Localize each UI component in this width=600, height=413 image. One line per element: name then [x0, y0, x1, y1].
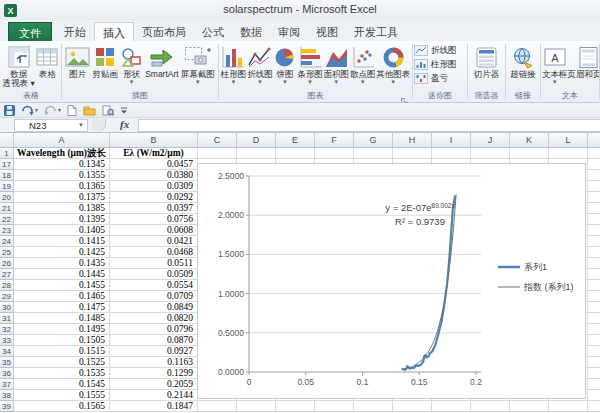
- cell-A18[interactable]: 0.1355: [14, 170, 110, 181]
- column-header-M[interactable]: M: [588, 133, 600, 148]
- cell-A1[interactable]: Wavelength (μm)波长: [14, 148, 110, 159]
- column-header-C[interactable]: C: [198, 133, 237, 148]
- row-header-29[interactable]: 29: [0, 291, 14, 302]
- formula-input[interactable]: [138, 119, 600, 132]
- row-header-28[interactable]: 28: [0, 280, 14, 291]
- cell-B18[interactable]: 0.0380: [110, 170, 198, 181]
- cell-A30[interactable]: 0.1475: [14, 302, 110, 313]
- tab-插入[interactable]: 插入: [94, 22, 134, 42]
- cell-M26[interactable]: [588, 258, 600, 269]
- ribbon-button-SmartArt[interactable]: SmartArt: [145, 42, 179, 79]
- cell-I39[interactable]: [432, 401, 471, 412]
- tab-公式[interactable]: 公式: [194, 22, 232, 42]
- cell-M30[interactable]: [588, 302, 600, 313]
- cell-A31[interactable]: 0.1485: [14, 313, 110, 324]
- cell-A28[interactable]: 0.1455: [14, 280, 110, 291]
- column-header-G[interactable]: G: [354, 133, 393, 148]
- cell-M29[interactable]: [588, 291, 600, 302]
- cell-M18[interactable]: [588, 170, 600, 181]
- cell-B30[interactable]: 0.0849: [110, 302, 198, 313]
- cell-B20[interactable]: 0.0292: [110, 192, 198, 203]
- cell-B1[interactable]: Eλ (W/m2/μm): [110, 148, 198, 159]
- row-header-34[interactable]: 34: [0, 346, 14, 357]
- cell-B28[interactable]: 0.0554: [110, 280, 198, 291]
- tab-视图[interactable]: 视图: [308, 22, 346, 42]
- cell-F1[interactable]: [315, 148, 354, 159]
- cell-B24[interactable]: 0.0421: [110, 236, 198, 247]
- cell-A22[interactable]: 0.1395: [14, 214, 110, 225]
- cell-D39[interactable]: [237, 401, 276, 412]
- ribbon-button-页眉和页脚[interactable]: 页眉和页脚: [568, 42, 600, 79]
- tab-文件[interactable]: 文件: [8, 22, 52, 42]
- row-header-38[interactable]: 38: [0, 390, 14, 401]
- cell-M36[interactable]: [588, 368, 600, 379]
- cell-L1[interactable]: [549, 148, 588, 159]
- tab-审阅[interactable]: 审阅: [270, 22, 308, 42]
- ribbon-button-饼图[interactable]: 饼图▼: [273, 42, 296, 85]
- save-icon[interactable]: [4, 105, 15, 116]
- cell-A38[interactable]: 0.1555: [14, 390, 110, 401]
- row-header-35[interactable]: 35: [0, 357, 14, 368]
- ribbon-button-条形图[interactable]: 条形图▼: [297, 42, 323, 85]
- cell-G1[interactable]: [354, 148, 393, 159]
- cell-A36[interactable]: 0.1535: [14, 368, 110, 379]
- ribbon-button-剪贴画[interactable]: 剪贴画: [92, 42, 118, 79]
- ribbon-button-切片器[interactable]: 切片器: [474, 42, 500, 79]
- column-header-K[interactable]: K: [510, 133, 549, 148]
- cell-B23[interactable]: 0.0608: [110, 225, 198, 236]
- cell-B31[interactable]: 0.0820: [110, 313, 198, 324]
- cell-A27[interactable]: 0.1445: [14, 269, 110, 280]
- cell-A17[interactable]: 0.1345: [14, 159, 110, 170]
- redo-icon[interactable]: ▾: [44, 105, 61, 116]
- cell-H39[interactable]: [393, 401, 432, 412]
- cell-B27[interactable]: 0.0509: [110, 269, 198, 280]
- ribbon-button-图片[interactable]: 图片: [65, 42, 90, 79]
- cell-A32[interactable]: 0.1495: [14, 324, 110, 335]
- undo-icon[interactable]: ▾: [21, 105, 38, 116]
- cell-M38[interactable]: [588, 390, 600, 401]
- cell-A35[interactable]: 0.1525: [14, 357, 110, 368]
- row-header-20[interactable]: 20: [0, 192, 14, 203]
- row-header-19[interactable]: 19: [0, 181, 14, 192]
- legend-label[interactable]: 系列1: [524, 262, 547, 272]
- legend-label[interactable]: 指数 (系列1): [523, 282, 574, 292]
- cell-E1[interactable]: [276, 148, 315, 159]
- cell-B25[interactable]: 0.0468: [110, 247, 198, 258]
- cell-M31[interactable]: [588, 313, 600, 324]
- cell-A23[interactable]: 0.1405: [14, 225, 110, 236]
- cell-H1[interactable]: [393, 148, 432, 159]
- name-box-dropdown-icon[interactable]: ▼: [78, 122, 84, 128]
- qat-customize-icon[interactable]: [120, 106, 128, 115]
- ribbon-button-表格[interactable]: 表格: [35, 42, 59, 79]
- cell-M32[interactable]: [588, 324, 600, 335]
- cell-M28[interactable]: [588, 280, 600, 291]
- cell-B29[interactable]: 0.0709: [110, 291, 198, 302]
- ribbon-button-散点图[interactable]: 散点图▼: [350, 42, 376, 85]
- row-header-17[interactable]: 17: [0, 159, 14, 170]
- cell-M1[interactable]: [588, 148, 600, 159]
- cell-M25[interactable]: [588, 247, 600, 258]
- row-header-32[interactable]: 32: [0, 324, 14, 335]
- cell-A39[interactable]: 0.1565: [14, 401, 110, 412]
- cell-G39[interactable]: [354, 401, 393, 412]
- cell-B38[interactable]: 0.2144: [110, 390, 198, 401]
- cell-B39[interactable]: 0.1847: [110, 401, 198, 412]
- cell-C1[interactable]: [198, 148, 237, 159]
- row-header-30[interactable]: 30: [0, 302, 14, 313]
- ribbon-button-折线图[interactable]: 折线图▼: [247, 42, 273, 85]
- ribbon-button-面积图[interactable]: 面积图▼: [324, 42, 350, 85]
- ribbon-button-屏幕截图[interactable]: 屏幕截图▼: [181, 42, 215, 85]
- cell-M20[interactable]: [588, 192, 600, 203]
- cell-M22[interactable]: [588, 214, 600, 225]
- cell-M33[interactable]: [588, 335, 600, 346]
- cell-B36[interactable]: 0.1299: [110, 368, 198, 379]
- cell-A24[interactable]: 0.1415: [14, 236, 110, 247]
- cell-M17[interactable]: [588, 159, 600, 170]
- cell-B33[interactable]: 0.0870: [110, 335, 198, 346]
- cell-C39[interactable]: [198, 401, 237, 412]
- chart[interactable]: 0.00000.50001.00001.50002.00002.500000.0…: [197, 163, 586, 399]
- cell-B32[interactable]: 0.0796: [110, 324, 198, 335]
- ribbon-button-盈亏[interactable]: 盈亏: [414, 72, 448, 86]
- cell-M23[interactable]: [588, 225, 600, 236]
- ribbon-button-其他图表[interactable]: 其他图表▼: [376, 42, 410, 85]
